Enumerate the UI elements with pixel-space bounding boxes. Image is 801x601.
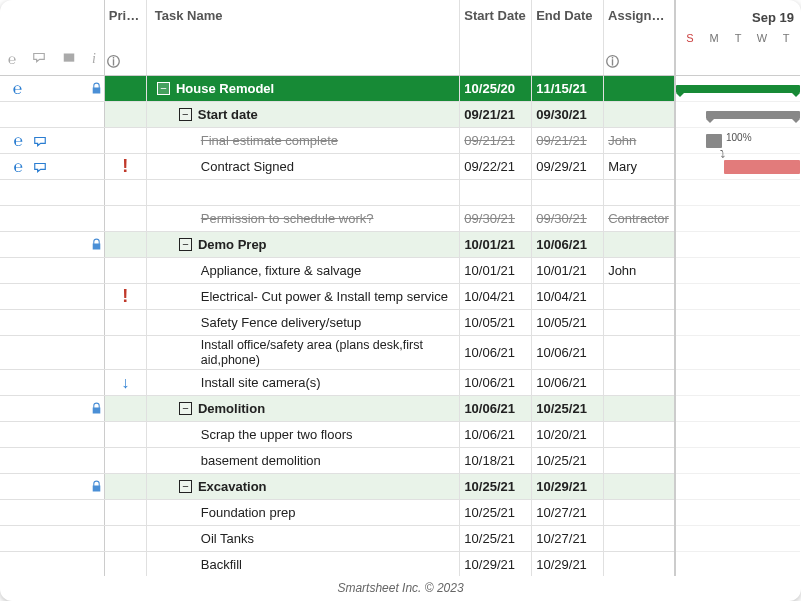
cell-priority[interactable] [105, 76, 147, 101]
cell-priority[interactable] [105, 474, 147, 499]
expand-toggle[interactable]: − [179, 238, 192, 251]
table-row[interactable]: −Demolition10/06/2110/25/21 [0, 396, 674, 422]
cell-end-date[interactable]: 10/25/21 [532, 448, 604, 473]
cell-assignee[interactable] [604, 396, 674, 421]
table-row[interactable]: −Demo Prep10/01/2110/06/21 [0, 232, 674, 258]
table-row[interactable]: Oil Tanks10/25/2110/27/21 [0, 526, 674, 552]
cell-priority[interactable] [105, 206, 147, 231]
cell-priority[interactable] [105, 526, 147, 551]
cell-start-date[interactable]: 10/25/21 [460, 474, 532, 499]
cell-task[interactable]: −Demo Prep [147, 232, 460, 257]
cell-assignee[interactable] [604, 422, 674, 447]
cell-assignee[interactable]: John [604, 258, 674, 283]
cell-start-date[interactable]: 09/21/21 [460, 128, 532, 153]
table-row[interactable]: Foundation prep10/25/2110/27/21 [0, 500, 674, 526]
cell-assignee[interactable] [604, 232, 674, 257]
expand-toggle[interactable]: − [179, 108, 192, 121]
cell-assignee[interactable]: Mary [604, 154, 674, 179]
cell-priority[interactable] [105, 448, 147, 473]
cell-task[interactable]: −House Remodel [147, 76, 460, 101]
cell-priority[interactable] [105, 310, 147, 335]
gantt-bar[interactable] [706, 134, 722, 148]
cell-end-date[interactable]: 10/01/21 [532, 258, 604, 283]
table-row[interactable]: Permission to schedule work?09/30/2109/3… [0, 206, 674, 232]
table-row[interactable]: Scrap the upper two floors10/06/2110/20/… [0, 422, 674, 448]
cell-end-date[interactable]: 10/05/21 [532, 310, 604, 335]
cell-start-date[interactable]: 10/04/21 [460, 284, 532, 309]
comment-icon[interactable] [32, 159, 48, 175]
cell-task[interactable]: Safety Fence delivery/setup [147, 310, 461, 335]
cell-start-date[interactable]: 10/25/20 [460, 76, 532, 101]
cell-priority[interactable] [105, 102, 147, 127]
table-row[interactable]: ℮Final estimate complete09/21/2109/21/21… [0, 128, 674, 154]
expand-toggle[interactable]: − [179, 402, 192, 415]
cell-priority[interactable]: ! [105, 154, 147, 179]
cell-end-date[interactable]: 09/21/21 [532, 128, 604, 153]
cell-assignee[interactable] [604, 474, 674, 499]
cell-end-date[interactable]: 10/29/21 [532, 552, 604, 576]
cell-assignee[interactable] [604, 448, 674, 473]
cell-priority[interactable] [105, 552, 147, 576]
cell-task[interactable]: −Excavation [147, 474, 460, 499]
cell-assignee[interactable] [604, 76, 674, 101]
cell-start-date[interactable]: 10/06/21 [460, 422, 532, 447]
cell-priority[interactable] [105, 180, 147, 205]
table-row[interactable]: Appliance, fixture & salvage10/01/2110/0… [0, 258, 674, 284]
cell-start-date[interactable] [460, 180, 532, 205]
cell-end-date[interactable]: 10/29/21 [532, 474, 604, 499]
cell-task[interactable]: Foundation prep [147, 500, 461, 525]
cell-priority[interactable] [105, 232, 147, 257]
attachment-icon[interactable]: ℮ [10, 159, 26, 175]
comment-icon[interactable] [32, 133, 48, 149]
gantt-pane[interactable]: Sep 19 SMTWT 100%⤵ [676, 0, 800, 576]
cell-end-date[interactable]: 11/15/21 [532, 76, 604, 101]
cell-start-date[interactable]: 10/25/21 [460, 526, 532, 551]
cell-task[interactable]: Backfill [147, 552, 461, 576]
cell-start-date[interactable]: 10/01/21 [460, 258, 532, 283]
cell-end-date[interactable]: 10/06/21 [532, 370, 604, 395]
gantt-bar[interactable] [724, 160, 800, 174]
table-row[interactable]: −Excavation10/25/2110/29/21 [0, 474, 674, 500]
cell-priority[interactable] [105, 422, 147, 447]
table-row[interactable]: ℮−House Remodel10/25/2011/15/21 [0, 76, 674, 102]
gantt-bar[interactable] [676, 85, 800, 93]
column-header-start[interactable]: Start Date [460, 0, 532, 75]
cell-end-date[interactable] [532, 180, 604, 205]
cell-end-date[interactable]: 09/29/21 [532, 154, 604, 179]
cell-start-date[interactable]: 09/21/21 [460, 102, 532, 127]
expand-toggle[interactable]: − [179, 480, 192, 493]
table-row[interactable]: Backfill10/29/2110/29/21 [0, 552, 674, 576]
cell-start-date[interactable]: 10/06/21 [460, 396, 532, 421]
cell-start-date[interactable]: 10/29/21 [460, 552, 532, 576]
attachment-icon[interactable]: ℮ [10, 133, 26, 149]
cell-assignee[interactable] [604, 310, 674, 335]
cell-priority[interactable] [105, 258, 147, 283]
cell-start-date[interactable]: 10/01/21 [460, 232, 532, 257]
cell-task[interactable] [147, 180, 461, 205]
expand-toggle[interactable]: − [157, 82, 170, 95]
cell-end-date[interactable]: 10/06/21 [532, 232, 604, 257]
table-row[interactable]: Install office/safety area (plans desk,f… [0, 336, 674, 370]
column-header-task[interactable]: Task Name [147, 0, 461, 75]
cell-assignee[interactable]: John [604, 128, 674, 153]
column-header-end[interactable]: End Date [532, 0, 604, 75]
table-row[interactable] [0, 180, 674, 206]
cell-assignee[interactable] [604, 552, 674, 576]
cell-start-date[interactable]: 10/05/21 [460, 310, 532, 335]
cell-end-date[interactable]: 09/30/21 [532, 102, 604, 127]
cell-end-date[interactable]: 09/30/21 [532, 206, 604, 231]
gantt-bar[interactable] [706, 111, 800, 119]
cell-assignee[interactable] [604, 370, 674, 395]
cell-end-date[interactable]: 10/27/21 [532, 500, 604, 525]
table-row[interactable]: !Electrical- Cut power & Install temp se… [0, 284, 674, 310]
cell-priority[interactable] [105, 336, 147, 369]
cell-priority[interactable] [105, 396, 147, 421]
cell-assignee[interactable] [604, 180, 674, 205]
column-header-assignee[interactable]: Assigned To ⓘ [604, 0, 674, 75]
cell-assignee[interactable] [604, 336, 674, 369]
cell-end-date[interactable]: 10/06/21 [532, 336, 604, 369]
cell-task[interactable]: −Start date [147, 102, 461, 127]
table-row[interactable]: basement demolition10/18/2110/25/21 [0, 448, 674, 474]
table-row[interactable]: Safety Fence delivery/setup10/05/2110/05… [0, 310, 674, 336]
table-row[interactable]: ℮!Contract Signed09/22/2109/29/21Mary [0, 154, 674, 180]
